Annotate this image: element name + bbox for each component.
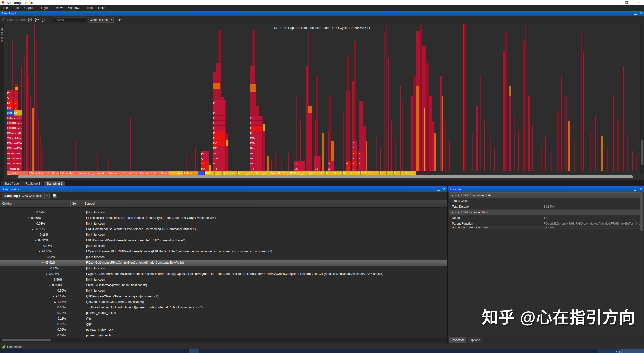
flame-block[interactable]: E: [14, 105, 18, 110]
table-row[interactable]: 0.02%[hit in function]: [0, 210, 447, 215]
flame-base-segment[interactable]: FRHIComm: [169, 171, 184, 175]
flame-base-segment[interactable]: TGraphTas: [122, 171, 138, 175]
table-row[interactable]: 0.68%__pthread_mutex_lock_with_timeout(p…: [0, 305, 447, 310]
expand-arrow-icon[interactable]: ▼: [42, 262, 44, 264]
flame-block[interactable]: U: [213, 136, 226, 141]
table-row[interactable]: 0.18%[hit in function]: [0, 232, 447, 237]
flame-block[interactable]: FRu: [250, 156, 263, 161]
flame-base-segment[interactable]: __p: [300, 171, 307, 175]
flame-block[interactable]: [h: [7, 90, 14, 95]
flame-block[interactable]: F: [250, 121, 263, 126]
menu-item-window[interactable]: Window: [65, 5, 82, 11]
flame-block[interactable]: FRunnable: [7, 161, 22, 166]
flame-base-segment[interactable]: __s: [261, 171, 269, 175]
flame-base-segment[interactable]: __pthread: [91, 171, 107, 175]
flame-block[interactable]: A: [328, 161, 334, 166]
menu-item-tools[interactable]: Tools: [82, 5, 95, 11]
flame-base-segment[interactable]: F: [397, 171, 401, 175]
flame-block[interactable]: Sh: [201, 161, 209, 166]
export-csv-icon[interactable]: CSV: [53, 194, 57, 198]
flame-block[interactable]: FO: [7, 105, 14, 110]
collapse-arrow-icon[interactable]: ▶: [53, 295, 54, 298]
flame-block[interactable]: And: [213, 151, 226, 156]
table-row[interactable]: 6.56%[hit in function]: [0, 277, 447, 282]
column-header-children[interactable]: Children: [2, 202, 13, 205]
inspector-section-header[interactable]: ▼CPU Call Cumulative Stats: [449, 193, 643, 198]
column-header-symbol[interactable]: Symbol: [85, 202, 95, 205]
flame-base-segment[interactable]: F: [390, 171, 394, 175]
flame-block[interactable]: A: [314, 156, 321, 161]
flame-block[interactable]: A: [328, 166, 334, 171]
menu-item-view[interactable]: View: [53, 5, 65, 11]
table-row[interactable]: 0.38%pthread_mutex_unlock: [0, 310, 447, 316]
table-row[interactable]: 0.03%[hit in function]: [0, 221, 447, 226]
panel-minimize-icon[interactable]: ▁: [437, 187, 439, 191]
color-mode-dropdown[interactable]: Color: % time ▼: [88, 17, 114, 23]
flame-base-segment[interactable]: Q3D: [205, 171, 215, 175]
flame-base-segment[interactable]: And: [223, 171, 230, 175]
flame-block[interactable]: lib: [213, 161, 226, 166]
expand-arrow-icon[interactable]: ▼: [38, 250, 40, 253]
flame-base-segment[interactable]: and: [230, 171, 238, 175]
table-row[interactable]: ▼78.27%FOpenGLShaderParameterCache::Comm…: [0, 271, 447, 277]
flame-block[interactable]: Es: [314, 166, 321, 171]
zoom-reset-icon[interactable]: 1.0: [41, 17, 46, 22]
flame-block[interactable]: FRu: [250, 161, 263, 166]
table-row[interactable]: ▼87.32%FRHICommandDrawIndexedPrimitive::…: [0, 237, 447, 243]
tab-start-page[interactable]: Start Page: [1, 181, 22, 186]
flame-base-segment[interactable]: _FFFFF_F: [401, 171, 416, 175]
flame-block[interactable]: l: [250, 126, 263, 131]
doc-minimize-icon[interactable]: ▁: [634, 12, 636, 15]
flame-block[interactable]: F: [250, 116, 263, 121]
flame-block[interactable]: FNamedTas: [7, 141, 22, 146]
scrollbar-thumb[interactable]: [2, 339, 51, 341]
flame-block[interactable]: __p: [213, 166, 226, 171]
flame-base-segment[interactable]: FO: [319, 171, 326, 175]
flame-base-segment[interactable]: FNamedTas: [107, 171, 122, 175]
collapse-arrow-icon[interactable]: ▶: [54, 301, 56, 303]
start-capture-button[interactable]: Start Capture: [2, 18, 26, 22]
table-row[interactable]: ▼98.80%FOpenGLDynamicRHI::RHIDrawIndexed…: [0, 249, 447, 254]
expand-arrow-icon[interactable]: ▼: [49, 284, 51, 287]
flame-block[interactable]: F: [213, 121, 226, 126]
flame-block[interactable]: F: [358, 151, 363, 156]
flame-base-segment[interactable]: __p: [245, 171, 254, 175]
flame-base-segment[interactable]: lib: [238, 171, 245, 175]
flame-base-segment[interactable]: 1: [357, 171, 361, 175]
flame-base-segment[interactable]: FNa: [307, 171, 313, 175]
flame-block[interactable]: FNa: [250, 136, 263, 141]
flame-base-segment[interactable]: FRunnable: [75, 171, 91, 175]
flame-base-segment[interactable]: FNamedTas: [29, 171, 44, 175]
flame-block[interactable]: A: [14, 90, 18, 95]
flame-block[interactable]: [h: [294, 161, 305, 166]
flame-block[interactable]: A: [314, 161, 321, 166]
flame-block[interactable]: FRunnable: [7, 156, 22, 161]
flame-block[interactable]: T: [352, 156, 357, 161]
expand-arrow-icon[interactable]: ▼: [35, 239, 37, 242]
flame-base-segment[interactable]: Sh: [343, 171, 348, 175]
flame-block[interactable]: F: [213, 100, 226, 105]
flame-block[interactable]: __p: [250, 166, 263, 171]
flame-base-segment[interactable]: FRu: [288, 171, 293, 175]
panel-minimize-icon[interactable]: ▁: [634, 187, 636, 191]
flame-base-segment[interactable]: F: [383, 171, 387, 175]
flame-base-segment[interactable]: FRHIThrea: [44, 171, 60, 175]
flame-base-segment[interactable]: __s: [215, 171, 223, 175]
flame-base-segment[interactable]: Es: [337, 171, 343, 175]
flame-base-segment[interactable]: A: [368, 171, 372, 175]
expand-arrow-icon[interactable]: ▼: [31, 228, 33, 231]
table-row[interactable]: ▼45.52%FOpenGLDynamicRHI::CommitNonCompu…: [0, 260, 447, 266]
doc-close-icon[interactable]: ✕: [640, 12, 642, 15]
table-row[interactable]: 0.50%[hit in function]: [0, 288, 447, 293]
flame-base-segment[interactable]: F: [380, 171, 383, 175]
window-restore-button[interactable]: ❐: [621, 0, 632, 5]
menu-item-capture[interactable]: Capture: [22, 5, 38, 11]
flame-block[interactable]: F: [352, 146, 357, 151]
flame-block[interactable]: F: [352, 141, 357, 146]
flame-base-segment[interactable]: FNa: [269, 171, 276, 175]
tab-sampling-1[interactable]: Sampling 1: [44, 181, 66, 186]
flame-block[interactable]: F: [352, 166, 357, 171]
table-row[interactable]: ▼99.60%FExecuteRHIThreadTask::DoTask(ENa…: [0, 215, 447, 221]
flame-block[interactable]: li: [250, 131, 263, 136]
flame-block[interactable]: FRHIComm: [7, 121, 22, 126]
